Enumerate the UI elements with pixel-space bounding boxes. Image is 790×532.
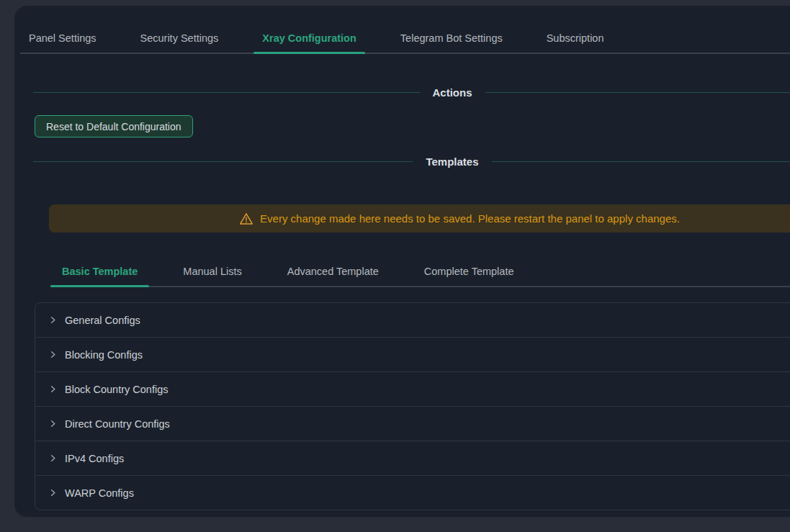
accordion-header-blocking-configs[interactable]: Blocking Configs	[35, 338, 790, 372]
divider-line	[492, 161, 790, 162]
config-sections-accordion: General Configs Blocking Configs Block C…	[35, 302, 790, 510]
actions-section-divider: Actions	[33, 85, 790, 100]
tab-telegram-bot-settings[interactable]: Telegram Bot Settings	[392, 23, 511, 53]
xray-settings-page: { "colors": { "accent_green": "#2da57f",…	[0, 0, 790, 532]
chevron-right-icon	[48, 384, 58, 394]
accordion-header-label: WARP Configs	[65, 487, 134, 499]
restart-warning-banner: Every change made here needs to be saved…	[49, 204, 790, 233]
chevron-right-icon	[48, 488, 58, 497]
settings-card: Panel Settings Security Settings Xray Co…	[14, 6, 790, 517]
tab-xray-configuration[interactable]: Xray Configuration	[253, 23, 365, 53]
tab-advanced-template[interactable]: Advanced Template	[276, 257, 390, 286]
template-tab-bar: Basic Template Manual Lists Advanced Tem…	[50, 257, 790, 287]
warning-triangle-icon	[239, 212, 253, 226]
divider-line	[33, 161, 413, 162]
tab-basic-template[interactable]: Basic Template	[50, 257, 149, 286]
tab-panel-settings[interactable]: Panel Settings	[20, 23, 105, 53]
tab-manual-lists[interactable]: Manual Lists	[171, 257, 253, 286]
actions-section-title: Actions	[433, 86, 472, 99]
restart-warning-text: Every change made here needs to be saved…	[260, 212, 680, 225]
accordion-header-label: General Configs	[65, 315, 140, 326]
accordion-header-label: Blocking Configs	[65, 349, 143, 361]
settings-tab-bar: Panel Settings Security Settings Xray Co…	[20, 23, 790, 54]
tab-complete-template[interactable]: Complete Template	[413, 257, 526, 286]
accordion-header-label: Block Country Configs	[65, 384, 168, 395]
chevron-right-icon	[48, 454, 58, 463]
divider-line	[485, 92, 790, 93]
chevron-right-icon	[48, 315, 58, 325]
accordion-header-direct-country-configs[interactable]: Direct Country Configs	[35, 407, 790, 441]
accordion-header-block-country-configs[interactable]: Block Country Configs	[35, 372, 790, 407]
chevron-right-icon	[48, 419, 58, 428]
accordion-header-general-configs[interactable]: General Configs	[35, 303, 790, 338]
accordion-header-ipv4-configs[interactable]: IPv4 Configs	[35, 441, 790, 476]
tab-subscription[interactable]: Subscription	[538, 23, 613, 53]
accordion-header-warp-configs[interactable]: WARP Configs	[35, 476, 790, 510]
reset-default-configuration-button[interactable]: Reset to Default Configuration	[35, 115, 193, 137]
tab-security-settings[interactable]: Security Settings	[132, 23, 228, 53]
templates-section-title: Templates	[426, 155, 478, 168]
accordion-header-label: IPv4 Configs	[65, 453, 124, 464]
templates-section-divider: Templates	[33, 154, 790, 169]
accordion-header-label: Direct Country Configs	[65, 418, 170, 430]
divider-line	[33, 92, 420, 93]
chevron-right-icon	[48, 350, 58, 359]
